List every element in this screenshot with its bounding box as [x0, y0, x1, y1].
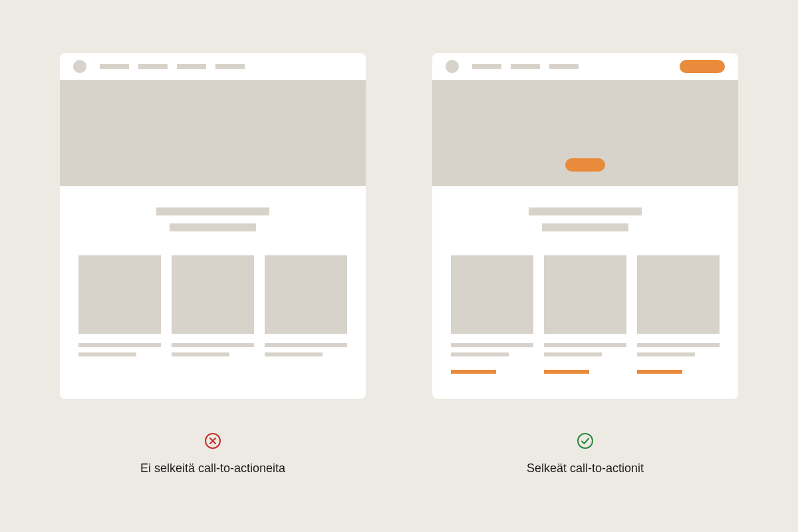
nav-link-placeholder: [138, 64, 168, 69]
mockup-header: [432, 53, 738, 80]
svg-point-1: [578, 434, 593, 448]
card-text-placeholder: [451, 352, 509, 356]
card: [451, 255, 533, 374]
logo-placeholder: [446, 60, 459, 73]
card: [637, 255, 720, 374]
subheading-placeholder: [542, 223, 628, 231]
mockup-header: [60, 53, 366, 80]
card-text-placeholder: [637, 343, 720, 347]
card-text-placeholder: [544, 352, 602, 356]
card-image-placeholder: [265, 255, 347, 334]
heading-placeholder: [529, 207, 642, 215]
header-cta-button[interactable]: [680, 60, 725, 73]
nav-link-placeholder: [215, 64, 245, 69]
nav-link-placeholder: [472, 64, 501, 69]
nav-links: [100, 64, 245, 69]
card: [544, 255, 626, 374]
nav-links: [472, 64, 579, 69]
cards-row: [78, 255, 347, 356]
label-text: Selkeät call-to-actionit: [527, 462, 644, 475]
card-image-placeholder: [78, 255, 161, 334]
content-section: [432, 186, 738, 374]
card-text-placeholder: [451, 343, 533, 347]
heading-placeholder: [156, 207, 269, 215]
card-text-placeholder: [78, 343, 161, 347]
card-text-placeholder: [637, 352, 695, 356]
labels-row: Ei selkeitä call-to-actioneita Selkeät c…: [40, 432, 758, 475]
card: [265, 255, 347, 356]
card-text-placeholder: [265, 343, 347, 347]
label-good: Selkeät call-to-actionit: [432, 432, 738, 475]
nav-link-placeholder: [177, 64, 206, 69]
card-image-placeholder: [637, 255, 720, 334]
success-icon: [577, 432, 594, 450]
card-cta-link[interactable]: [451, 370, 496, 374]
card-text-placeholder: [265, 352, 323, 356]
card-image-placeholder: [544, 255, 626, 334]
card-image-placeholder: [172, 255, 254, 334]
card: [172, 255, 254, 356]
card-text-placeholder: [78, 352, 136, 356]
hero-cta-button[interactable]: [565, 158, 605, 172]
label-bad: Ei selkeitä call-to-actioneita: [60, 432, 366, 475]
nav-link-placeholder: [549, 64, 579, 69]
card-cta-link[interactable]: [637, 370, 682, 374]
card-text-placeholder: [544, 343, 626, 347]
card-text-placeholder: [172, 352, 229, 356]
mockup-good: [432, 53, 738, 399]
comparison-row: [40, 53, 758, 399]
nav-link-placeholder: [100, 64, 129, 69]
content-section: [60, 186, 366, 356]
hero-placeholder: [60, 80, 366, 186]
cards-row: [451, 255, 720, 374]
label-text: Ei selkeitä call-to-actioneita: [140, 462, 285, 475]
card: [78, 255, 161, 356]
card-text-placeholder: [172, 343, 254, 347]
card-image-placeholder: [451, 255, 533, 334]
hero-placeholder: [432, 80, 738, 186]
subheading-placeholder: [170, 223, 256, 231]
nav-link-placeholder: [511, 64, 540, 69]
error-icon: [204, 432, 221, 450]
card-cta-link[interactable]: [544, 370, 589, 374]
mockup-bad: [60, 53, 366, 399]
logo-placeholder: [73, 60, 86, 73]
